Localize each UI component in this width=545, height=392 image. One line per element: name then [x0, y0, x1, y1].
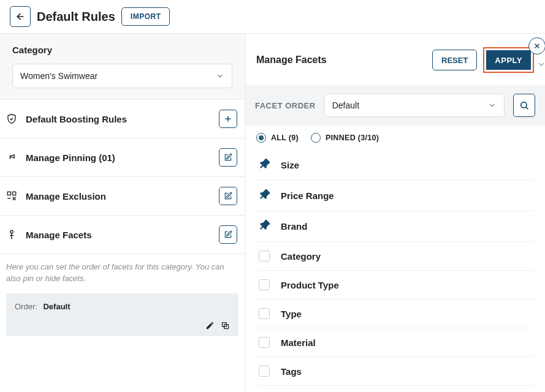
sidebar-item-label: Default Boosting Rules	[26, 114, 127, 124]
facet-name: Category	[281, 251, 321, 262]
exclusion-icon	[6, 190, 17, 202]
order-value: Default	[43, 302, 70, 311]
panel-title: Manage Facets	[256, 55, 327, 66]
facet-order-label: FACET ORDER	[255, 101, 316, 110]
pin-toggle[interactable]	[259, 159, 270, 172]
sidebar-item-facets[interactable]: Manage Facets	[0, 216, 245, 254]
chevron-down-icon[interactable]	[536, 59, 545, 69]
reset-button[interactable]: RESET	[432, 50, 477, 70]
facet-name: Type	[281, 309, 302, 319]
svg-line-16	[526, 107, 528, 109]
search-button[interactable]	[513, 94, 535, 117]
edit-facets-button[interactable]	[219, 225, 237, 244]
facet-name: Material	[281, 337, 316, 348]
back-button[interactable]	[10, 6, 31, 27]
order-card: Order: Default	[6, 293, 238, 336]
svg-point-8	[10, 230, 13, 233]
arrow-left-icon	[15, 12, 25, 21]
chevron-down-icon	[488, 101, 497, 110]
pin-icon	[259, 159, 270, 170]
pencil-icon[interactable]	[205, 321, 215, 330]
facet-checkbox[interactable]	[259, 279, 270, 290]
pin-toggle[interactable]	[259, 189, 270, 202]
facet-item[interactable]: Material	[256, 328, 534, 357]
facet-item[interactable]: Size	[256, 150, 534, 181]
facet-item[interactable]: Price Range	[256, 181, 534, 211]
sidebar-item-boosting[interactable]: Default Boosting Rules	[0, 100, 245, 138]
facet-checkbox[interactable]	[259, 366, 270, 377]
sidebar-item-label: Manage Pinning (01)	[26, 153, 115, 163]
category-value: Women's Swimwear	[20, 71, 97, 81]
facet-item[interactable]: Product Type	[256, 271, 534, 300]
sidebar-item-exclusion[interactable]: Manage Exclusion	[0, 177, 245, 216]
facet-order-value: Default	[332, 100, 359, 110]
edit-icon	[224, 230, 232, 239]
edit-icon	[224, 153, 232, 162]
shield-check-icon	[6, 113, 17, 124]
facet-list: SizePrice RangeBrandCategoryProduct Type…	[245, 150, 545, 392]
facet-name: Price Range	[281, 190, 334, 201]
facet-name: Product Type	[281, 280, 339, 290]
radio-icon	[256, 133, 266, 143]
apply-button[interactable]: APPLY	[486, 50, 531, 70]
pin-outline-icon	[6, 152, 17, 163]
facet-item[interactable]: grams	[256, 386, 534, 392]
facet-checkbox[interactable]	[259, 308, 270, 319]
apply-highlight: APPLY	[483, 47, 534, 73]
pin-toggle[interactable]	[259, 220, 270, 233]
facet-name: Brand	[281, 221, 307, 232]
pin-icon	[259, 189, 270, 200]
search-icon	[519, 100, 529, 110]
import-button[interactable]: IMPORT	[121, 7, 170, 26]
facet-name: Size	[281, 160, 299, 170]
close-panel-button[interactable]	[528, 37, 545, 55]
category-label: Category	[12, 45, 232, 55]
sidebar-item-label: Manage Exclusion	[26, 191, 106, 202]
add-boosting-button[interactable]	[219, 110, 237, 128]
order-label: Order:	[15, 302, 37, 311]
pin-icon	[259, 220, 270, 231]
filter-all[interactable]: ALL (9)	[256, 133, 299, 143]
svg-rect-3	[7, 192, 10, 195]
category-select[interactable]: Women's Swimwear	[12, 64, 232, 88]
copy-icon[interactable]	[221, 321, 230, 330]
help-text: Here you can set the order of facets for…	[0, 254, 245, 293]
facet-item[interactable]: Type	[256, 300, 534, 328]
edit-pinning-button[interactable]	[219, 148, 237, 167]
filter-all-label: ALL (9)	[271, 134, 299, 142]
facet-checkbox[interactable]	[259, 337, 270, 348]
plus-icon	[224, 115, 232, 123]
facet-item[interactable]: Brand	[256, 211, 534, 242]
sidebar-item-label: Manage Facets	[26, 230, 92, 240]
sidebar-item-pinning[interactable]: Manage Pinning (01)	[0, 138, 245, 177]
facet-name: Tags	[281, 366, 302, 377]
close-icon	[533, 42, 541, 50]
radio-icon	[311, 133, 321, 143]
filter-pinned-label: PINNED (3/10)	[326, 134, 379, 142]
facet-item[interactable]: Tags	[256, 357, 534, 386]
svg-rect-4	[13, 192, 16, 195]
facet-checkbox[interactable]	[259, 251, 270, 262]
facet-order-select[interactable]: Default	[324, 94, 505, 117]
edit-exclusion-button[interactable]	[219, 187, 237, 205]
page-title: Default Rules	[37, 10, 115, 24]
facet-item[interactable]: Category	[256, 242, 534, 271]
filter-pinned[interactable]: PINNED (3/10)	[311, 133, 379, 143]
edit-icon	[224, 192, 232, 200]
chevron-down-icon	[216, 72, 224, 80]
facets-icon	[6, 229, 17, 240]
